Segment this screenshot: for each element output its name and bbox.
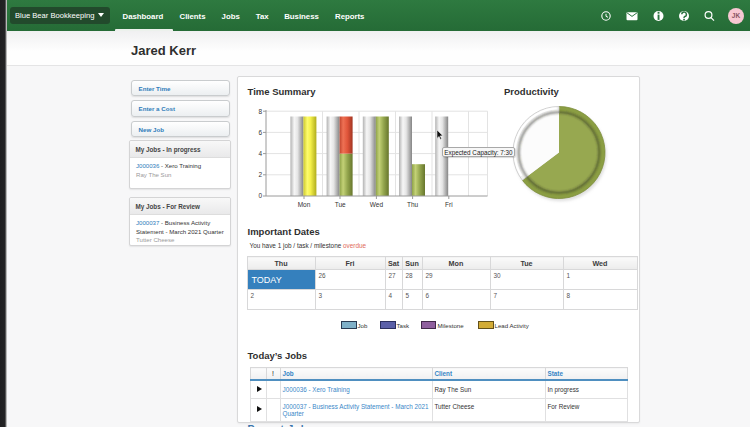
svg-text:Wed: Wed <box>370 201 384 208</box>
svg-text:Thu: Thu <box>407 201 419 208</box>
svg-text:0: 0 <box>258 192 262 199</box>
svg-text:Fri: Fri <box>445 201 453 208</box>
svg-text:Tue: Tue <box>335 201 346 208</box>
svg-text:8: 8 <box>258 108 262 115</box>
svg-text:4: 4 <box>258 150 262 157</box>
svg-text:2: 2 <box>258 171 262 178</box>
svg-text:6: 6 <box>258 129 262 136</box>
svg-text:Mon: Mon <box>298 201 311 208</box>
